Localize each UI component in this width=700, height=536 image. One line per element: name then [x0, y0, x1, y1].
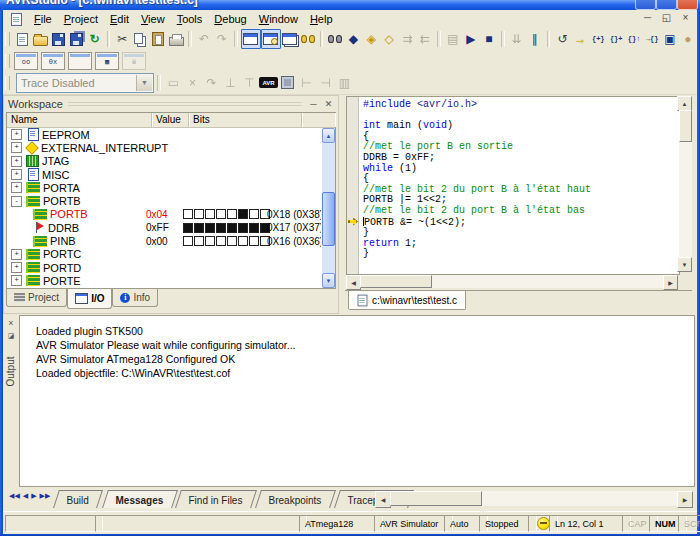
tree-row-eeprom[interactable]: +EEPROM — [7, 128, 321, 141]
emulator-icon[interactable]: ▥ — [335, 74, 354, 92]
tab-info[interactable]: iInfo — [112, 289, 158, 307]
search-project-icon[interactable] — [299, 30, 317, 48]
indent-icon[interactable]: ⇉ — [398, 30, 416, 48]
new-file-icon[interactable] — [14, 30, 32, 48]
watch-window-icon[interactable]: oo — [14, 52, 38, 70]
copy-icon[interactable] — [131, 30, 149, 48]
scroll-up-icon[interactable]: ▲ — [677, 96, 692, 111]
column-value[interactable]: Value — [152, 113, 189, 127]
bit-checkbox[interactable] — [205, 209, 215, 219]
mdi-close-icon[interactable]: × — [678, 11, 693, 24]
bit-checkbox[interactable] — [205, 223, 215, 233]
run-to-cursor-icon[interactable]: →{} — [643, 30, 661, 48]
code-line[interactable]: PORTB &= ~(1<<2); — [363, 217, 679, 229]
menu-window[interactable]: Window — [253, 11, 304, 27]
scrollbar-thumb[interactable] — [322, 192, 335, 246]
chevron-down-icon[interactable]: ▼ — [136, 75, 152, 91]
bit-checkbox[interactable] — [238, 236, 248, 246]
tree-row-porte[interactable]: +PORTE — [7, 274, 321, 287]
code-line[interactable]: #include <avr/io.h> — [363, 100, 679, 111]
find-icon[interactable] — [326, 30, 344, 48]
tree-row-ddrb[interactable]: DDRB0xFF0X17 (0X37) — [7, 221, 321, 234]
outdent-icon[interactable]: ⇇ — [416, 30, 434, 48]
bookmark-clear-icon[interactable]: ◇ — [380, 30, 398, 48]
bit-checkbox[interactable] — [249, 236, 259, 246]
mdi-restore-icon[interactable]: ◱ — [659, 11, 674, 24]
bit-checkbox[interactable] — [183, 209, 193, 219]
tree-row-pinb[interactable]: PINB0x000X16 (0X36) — [7, 234, 321, 247]
first-tab-icon[interactable]: ◀◀ — [9, 492, 20, 500]
pause-icon[interactable]: ∥ — [526, 30, 544, 48]
tree-row-jtag[interactable]: +JTAG — [7, 155, 321, 168]
code-line[interactable]: return 1; — [363, 239, 679, 250]
workspace-close-icon[interactable]: ✕ — [322, 98, 335, 110]
tree-row-portd[interactable]: +PORTD — [7, 261, 321, 274]
bit-checkbox[interactable] — [227, 209, 237, 219]
menu-help[interactable]: Help — [304, 11, 339, 27]
save-all-icon[interactable] — [68, 30, 86, 48]
redo-icon[interactable]: ↷ — [213, 30, 231, 48]
register-window-icon[interactable] — [68, 52, 92, 70]
autostep-icon[interactable]: ● — [679, 30, 697, 48]
mdi-minimize-icon[interactable]: ─ — [640, 11, 655, 24]
bit-checkbox[interactable] — [194, 236, 204, 246]
expand-icon[interactable]: + — [11, 169, 22, 180]
editor-hscrollbar[interactable]: ◀ ▶ — [346, 275, 678, 288]
bit-checkbox[interactable] — [238, 223, 248, 233]
next-tab-icon[interactable]: ▶ — [31, 492, 36, 500]
trace-combo[interactable]: Trace Disabled ▼ — [16, 73, 154, 93]
tree-row-portc[interactable]: +PORTC — [7, 248, 321, 261]
minimize-button[interactable] — [635, 0, 656, 10]
scrollbar-thumb[interactable] — [360, 275, 432, 288]
trace-jump-icon[interactable]: ↷ — [202, 74, 221, 92]
print-icon[interactable] — [167, 30, 185, 48]
pin-icon[interactable]: ◪ — [5, 330, 17, 342]
refresh-icon[interactable]: ↻ — [86, 30, 104, 48]
step-commands-icon[interactable]: ⇊ — [508, 30, 526, 48]
scrollbar-thumb[interactable] — [390, 491, 482, 506]
stop-icon[interactable]: ■ — [480, 30, 498, 48]
code-line[interactable]: while (1) — [363, 164, 679, 175]
expand-icon[interactable]: + — [11, 129, 22, 140]
prev-tab-icon[interactable]: ◀ — [23, 492, 28, 500]
tab-breakpoints[interactable]: Breakpoints — [255, 490, 336, 508]
tab-messages[interactable]: Messages — [102, 490, 178, 508]
tree-row-portb[interactable]: -PORTB — [7, 194, 321, 207]
expand-icon[interactable]: + — [11, 249, 22, 260]
close-output-icon[interactable]: × — [5, 317, 17, 329]
code-line[interactable]: int main (void) — [363, 121, 679, 132]
last-tab-icon[interactable]: ▶▶ — [40, 492, 51, 500]
cut-icon[interactable]: ✂ — [113, 30, 131, 48]
bit-checkbox[interactable] — [216, 223, 226, 233]
paste-icon[interactable] — [149, 30, 167, 48]
tree-row-external-interrupt[interactable]: +EXTERNAL_INTERRUPT — [7, 141, 321, 154]
tab-find-in-files[interactable]: Find in Files — [175, 490, 257, 508]
tree-row-portb[interactable]: PORTB0x040X18 (0X38) — [7, 208, 321, 221]
find-window-icon[interactable] — [261, 29, 281, 49]
workspace-minimize-icon[interactable]: ─ — [307, 98, 320, 110]
scroll-left-icon[interactable]: ◀ — [346, 275, 361, 290]
close-button[interactable] — [677, 0, 698, 10]
editor-gutter[interactable] — [347, 97, 359, 274]
bit-checkbox[interactable] — [216, 236, 226, 246]
scrollbar-thumb[interactable] — [679, 110, 692, 142]
bit-checkbox[interactable] — [216, 209, 226, 219]
output-messages[interactable]: Loaded plugin STK500AVR Simulator Please… — [19, 315, 695, 487]
bit-checkbox[interactable] — [194, 209, 204, 219]
scroll-left-icon[interactable]: ◀ — [375, 491, 391, 508]
expand-icon[interactable]: + — [11, 275, 22, 286]
cascade-windows-icon[interactable] — [281, 30, 299, 48]
tab-build[interactable]: Build — [53, 490, 103, 508]
io-window-icon[interactable]: ▦ — [95, 52, 119, 70]
avr-badge-icon[interactable]: AVR — [259, 74, 278, 92]
code-area[interactable]: #include <avr/io.h> int main (void){//me… — [346, 96, 680, 275]
open-file-icon[interactable] — [32, 30, 50, 48]
scroll-up-icon[interactable]: ▲ — [322, 128, 335, 143]
tree-row-porta[interactable]: +PORTA — [7, 181, 321, 194]
workspace-header[interactable]: Workspace ─ ✕ — [4, 96, 338, 112]
title-bar[interactable]: AVRStudio - [c:\winavr\test\test.c] — [0, 0, 700, 10]
save-file-icon[interactable] — [50, 30, 68, 48]
expand-icon[interactable]: + — [11, 262, 22, 273]
chip-icon[interactable] — [278, 74, 297, 92]
jtag-probe-icon[interactable]: ⊢ — [297, 74, 316, 92]
